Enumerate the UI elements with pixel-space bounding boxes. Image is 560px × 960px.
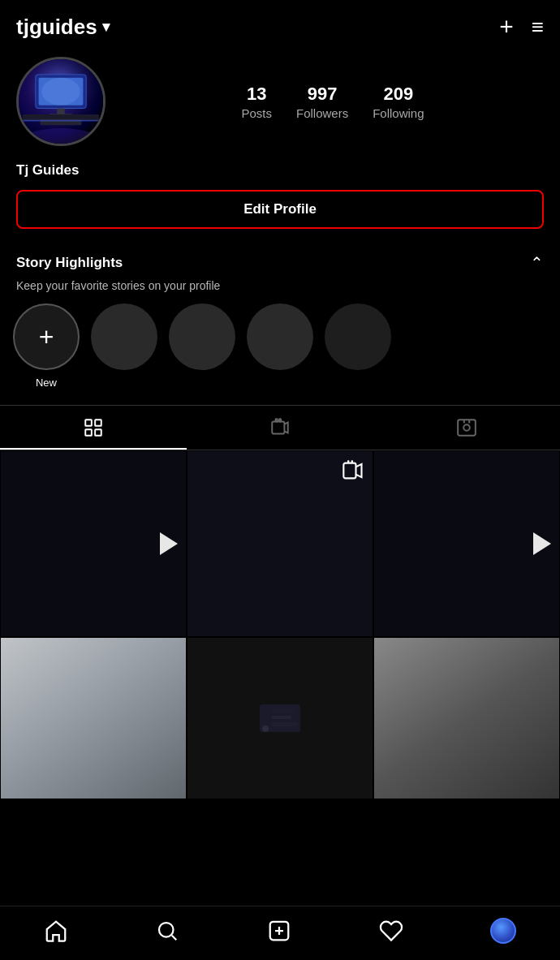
header-actions: + ≡ <box>499 13 544 41</box>
posts-grid <box>0 450 560 799</box>
posts-label: Posts <box>241 106 272 120</box>
tab-igtv[interactable] <box>187 406 373 450</box>
display-name: Tj Guides <box>0 159 560 190</box>
avatar[interactable] <box>16 57 106 146</box>
tagged-icon <box>456 417 477 438</box>
chevron-down-icon: ▾ <box>102 18 110 36</box>
svg-point-29 <box>159 923 174 937</box>
highlights-collapse-icon[interactable]: ⌃ <box>530 253 544 273</box>
highlight-2[interactable] <box>169 303 235 389</box>
highlight-new[interactable]: + New <box>13 303 80 389</box>
heart-icon <box>379 919 403 943</box>
new-highlight-label: New <box>36 377 57 389</box>
avatar-image <box>19 59 103 144</box>
svg-rect-27 <box>272 716 291 719</box>
highlight-3[interactable] <box>247 303 313 389</box>
add-icon[interactable]: + <box>499 13 514 41</box>
plus-icon: + <box>39 324 54 350</box>
tab-tagged[interactable] <box>373 406 560 450</box>
following-stat[interactable]: 209 Following <box>373 84 424 120</box>
svg-rect-18 <box>458 420 476 436</box>
grid-row-2 <box>0 637 560 799</box>
header: tjguides ▾ + ≡ <box>0 0 560 49</box>
grid-cell-5[interactable] <box>187 637 373 799</box>
username-display[interactable]: tjguides ▾ <box>16 15 110 40</box>
highlight-circle-1[interactable] <box>91 303 157 370</box>
posts-stat[interactable]: 13 Posts <box>241 84 272 120</box>
svg-point-19 <box>463 424 470 431</box>
highlights-subtitle: Keep your favorite stories on your profi… <box>0 278 560 303</box>
nav-profile[interactable] <box>490 918 516 944</box>
home-icon <box>44 919 68 943</box>
followers-label: Followers <box>296 106 348 120</box>
tab-grid[interactable] <box>0 406 187 450</box>
svg-rect-28 <box>272 709 295 713</box>
svg-rect-14 <box>95 429 101 436</box>
profile-stats: 13 Posts 997 Followers 209 Following <box>122 84 544 120</box>
nav-heart[interactable] <box>379 919 403 943</box>
svg-point-25 <box>262 725 269 732</box>
username-text: tjguides <box>16 15 97 40</box>
igtv-icon <box>269 417 291 438</box>
highlight-circle-3[interactable] <box>247 303 313 370</box>
svg-rect-16 <box>276 419 278 421</box>
content-tabs <box>0 405 560 450</box>
profile-section: 13 Posts 997 Followers 209 Following <box>0 49 560 159</box>
svg-rect-5 <box>57 109 64 115</box>
highlight-1[interactable] <box>91 303 157 389</box>
posts-count: 13 <box>247 84 266 105</box>
grid-row-1 <box>0 450 560 637</box>
followers-count: 997 <box>308 84 338 105</box>
svg-rect-13 <box>85 429 92 436</box>
grid-cell-3[interactable] <box>373 450 560 637</box>
svg-rect-15 <box>272 421 284 433</box>
svg-rect-17 <box>279 419 281 421</box>
svg-rect-26 <box>272 722 298 726</box>
svg-rect-20 <box>343 463 355 479</box>
svg-rect-22 <box>351 460 353 463</box>
grid-cell-4[interactable] <box>0 637 187 799</box>
bottom-navigation <box>0 906 560 960</box>
svg-point-4 <box>41 78 80 105</box>
followers-stat[interactable]: 997 Followers <box>296 84 348 120</box>
nav-search[interactable] <box>155 919 179 943</box>
grid-cell-1[interactable] <box>0 450 187 637</box>
search-icon <box>155 919 179 943</box>
svg-rect-21 <box>347 460 349 463</box>
following-label: Following <box>373 106 424 120</box>
svg-rect-12 <box>95 420 101 426</box>
play-icon-1 <box>160 532 178 555</box>
highlights-title: Story Highlights <box>16 255 123 271</box>
highlights-header: Story Highlights ⌃ <box>0 245 560 278</box>
edit-profile-button[interactable]: Edit Profile <box>16 190 544 229</box>
highlight-circle-4[interactable] <box>325 303 391 370</box>
grid-cell-6[interactable] <box>373 637 560 799</box>
grid-icon <box>83 417 104 438</box>
highlight-circle-2[interactable] <box>169 303 235 370</box>
highlight-4[interactable] <box>325 303 391 389</box>
nav-home[interactable] <box>44 919 68 943</box>
nav-add[interactable] <box>267 919 291 943</box>
add-icon <box>267 919 291 943</box>
play-icon-3 <box>533 532 551 555</box>
new-highlight-circle[interactable]: + <box>13 303 80 370</box>
menu-icon[interactable]: ≡ <box>532 15 544 40</box>
svg-rect-11 <box>85 420 92 426</box>
svg-rect-10 <box>23 120 100 122</box>
igtv-badge <box>342 459 364 485</box>
following-count: 209 <box>383 84 413 105</box>
nav-profile-avatar <box>490 918 516 944</box>
highlights-row: + New <box>0 303 560 405</box>
grid-cell-2[interactable] <box>187 450 373 637</box>
